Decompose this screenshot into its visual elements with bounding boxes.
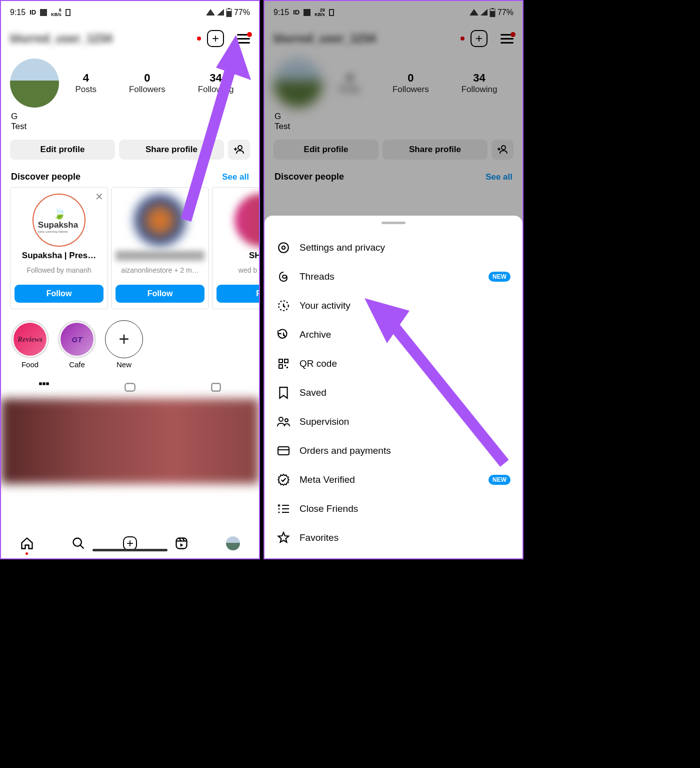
menu-archive[interactable]: Archive [264, 320, 522, 349]
menu-notification-dot [247, 32, 252, 37]
stat-posts[interactable]: 4Posts [75, 72, 96, 95]
discover-carousel[interactable]: ✕ 🍃SupakshaEarly Learning Habitat Supaks… [1, 187, 259, 309]
svg-point-16 [282, 246, 286, 250]
menu-activity[interactable]: Your activity [264, 291, 522, 320]
discover-people-button[interactable] [228, 140, 250, 160]
threads-icon [276, 270, 290, 284]
highlight-new[interactable]: New [105, 320, 143, 369]
follow-button[interactable]: Fo [216, 285, 259, 303]
status-bar: 9:15 ID 29KB/s 77% [264, 1, 522, 24]
sheet-handle[interactable] [382, 222, 406, 224]
create-button[interactable] [470, 30, 488, 47]
profile-tabs [1, 373, 259, 399]
wifi-icon [470, 9, 478, 16]
svg-point-14 [502, 146, 506, 150]
suggestion-card[interactable]: ✕ 🍃SupakshaEarly Learning Habitat Supaks… [10, 187, 108, 309]
menu-threads[interactable]: ThreadsNEW [264, 262, 522, 291]
menu-qr[interactable]: QR code [264, 349, 522, 378]
menu-button[interactable] [237, 34, 250, 44]
card-sub: wed b _by_naj [216, 261, 259, 280]
svg-rect-20 [279, 365, 282, 368]
svg-rect-2 [226, 11, 232, 17]
tagged-tab[interactable] [173, 378, 259, 399]
svg-rect-4 [39, 382, 42, 385]
card-name: SHAH [216, 251, 259, 261]
activity-icon [276, 299, 290, 313]
svg-rect-18 [279, 359, 282, 363]
action-row: Edit profile Share profile [1, 134, 259, 166]
username-dropdown[interactable]: blurred_user_1234 [10, 32, 194, 46]
menu-orders[interactable]: Orders and payments [264, 436, 522, 465]
stat-following[interactable]: 34Following [198, 72, 234, 95]
svg-rect-22 [286, 367, 288, 368]
profile-avatar[interactable] [10, 59, 59, 108]
card-avatar [234, 194, 259, 247]
discover-people-button[interactable] [492, 140, 514, 160]
signal-icon [217, 9, 224, 16]
signal-icon [480, 9, 488, 16]
see-all-link[interactable]: See all [486, 172, 512, 182]
svg-point-23 [279, 417, 283, 421]
svg-point-24 [285, 419, 288, 422]
id-icon: ID [30, 9, 36, 16]
highlight-item[interactable]: GT Cafe [58, 320, 96, 369]
home-indicator[interactable] [92, 549, 168, 551]
edit-profile-button[interactable]: Edit profile [274, 140, 378, 160]
nav-reels[interactable] [174, 536, 189, 551]
list-star-icon [276, 502, 290, 516]
nav-profile[interactable] [226, 536, 240, 551]
notification-dot [197, 37, 201, 41]
app-bar: blurred_user_1234 [1, 24, 259, 54]
bookmark-icon [276, 386, 290, 400]
card-avatar: 🍃SupakshaEarly Learning Habitat [32, 194, 86, 247]
highlight-item[interactable]: Reviews Food [11, 320, 49, 369]
stat-followers[interactable]: 0Followers [392, 72, 429, 95]
card-name: Supaksha | Pres… [14, 251, 104, 261]
phone-right: 9:15 ID 29KB/s 77% blurred_user_1234 4Po… [264, 0, 524, 559]
settings-icon [276, 241, 290, 255]
svg-rect-8 [212, 383, 220, 391]
follow-button[interactable]: Follow [116, 285, 204, 303]
bio: G Test [1, 110, 259, 134]
profile-row: 4Posts 0Followers 34Following [1, 54, 259, 110]
profile-avatar[interactable] [274, 59, 322, 108]
stat-posts[interactable]: 4Posts [338, 72, 360, 95]
card-icon [276, 444, 290, 458]
grid-tab[interactable] [1, 378, 87, 399]
star-icon [276, 531, 290, 545]
nav-search[interactable] [71, 536, 86, 551]
archive-icon [276, 328, 290, 342]
share-profile-button[interactable]: Share profile [119, 140, 224, 160]
bio-desc: Test [11, 122, 249, 132]
menu-favorites[interactable]: Favorites [264, 523, 522, 552]
share-profile-button[interactable]: Share profile [382, 140, 488, 160]
verified-icon [276, 473, 290, 487]
suggestion-card[interactable]: blurred name aizanonlinestore + 2 m… Fol… [111, 187, 209, 309]
supervision-icon [276, 415, 290, 429]
menu-saved[interactable]: Saved [264, 378, 522, 407]
battery-icon [490, 8, 496, 17]
menu-close-friends[interactable]: Close Friends [264, 494, 522, 523]
stat-following[interactable]: 34Following [462, 72, 498, 95]
new-badge: NEW [488, 272, 510, 282]
highlights-row[interactable]: Reviews Food GT Cafe New [1, 309, 259, 373]
menu-settings-privacy[interactable]: Settings and privacy [264, 233, 522, 262]
stat-followers[interactable]: 0Followers [129, 72, 166, 95]
menu-button[interactable] [500, 34, 514, 44]
create-button[interactable] [207, 30, 224, 47]
posts-grid[interactable] [1, 399, 259, 484]
phone-left: 9:15 ID 6KB/s 77% blurred_user_1234 4Pos… [0, 0, 260, 559]
id-icon: ID [293, 9, 300, 16]
bio-name: G [11, 112, 249, 122]
nav-home[interactable] [20, 536, 34, 551]
menu-verified[interactable]: Meta VerifiedNEW [264, 465, 522, 494]
follow-button[interactable]: Follow [14, 285, 104, 303]
suggestion-card[interactable]: SHAH wed b _by_naj Fo [212, 187, 259, 309]
menu-supervision[interactable]: Supervision [264, 407, 522, 436]
svg-point-15 [278, 243, 288, 253]
edit-profile-button[interactable]: Edit profile [10, 140, 115, 160]
dismiss-icon[interactable]: ✕ [95, 191, 104, 203]
svg-rect-6 [46, 382, 48, 385]
see-all-link[interactable]: See all [222, 172, 249, 182]
reels-tab[interactable] [87, 378, 173, 399]
